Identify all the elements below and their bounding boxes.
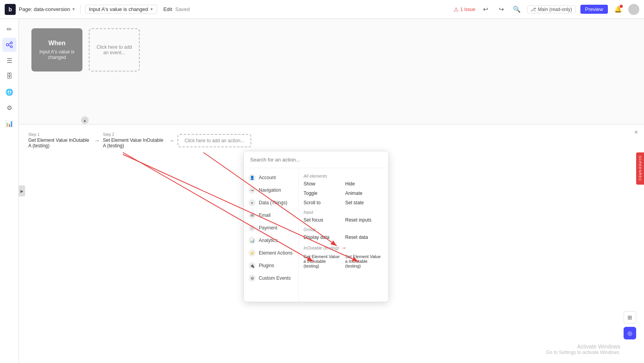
svg-line-3 — [9, 43, 11, 44]
divider-1 — [80, 5, 80, 14]
section-input: Input — [304, 210, 384, 214]
action-animate[interactable]: Animate — [345, 189, 384, 197]
left-sidebar: ✏ ☰ 🗄 🌐 ⚙ 📊 — [0, 19, 19, 363]
add-action-button[interactable]: Click here to add an action... — [177, 134, 251, 147]
action-hide[interactable]: Hide — [345, 180, 384, 188]
issue-badge[interactable]: ⚠ 1 issue — [454, 6, 475, 13]
action-set-element-value[interactable]: Set Element Value a InOutable (testing) — [345, 253, 384, 270]
svg-point-0 — [6, 44, 9, 46]
sidebar-item-settings[interactable]: ⚙ — [2, 101, 16, 115]
input-grid: Set focus Reset inputs — [304, 216, 384, 224]
activate-windows-title: Activate Windows — [546, 343, 620, 350]
category-element-actions-label: Element Actions — [259, 250, 293, 256]
analytics-icon: 📊 — [249, 237, 256, 244]
custom-events-icon: ⚙ — [249, 275, 256, 282]
plugins-icon: 🔌 — [249, 262, 256, 269]
section-all-elements: All elements — [304, 174, 384, 178]
category-payment[interactable]: □ Payment — [244, 222, 298, 234]
expand-left-button[interactable]: ▶ — [19, 185, 25, 196]
workflow-top-area: When Input A's value is changed Click he… — [19, 19, 644, 81]
step-2-title[interactable]: Set Element Value InOutable A (testing) — [103, 138, 166, 148]
category-navigation[interactable]: ⇒ Navigation — [244, 184, 298, 196]
category-custom-events-label: Custom Events — [259, 275, 291, 281]
sidebar-item-analytics[interactable]: 📊 — [2, 116, 16, 130]
circle-icon-button[interactable]: ◎ — [624, 327, 636, 339]
group-grid: Display data Reset data — [304, 233, 384, 241]
action-body: 👤 Account ⇒ Navigation ≡ Data (Things) ✉… — [244, 168, 388, 302]
topbar: b Page: data-conversion ▼ Input A's valu… — [0, 0, 644, 19]
page-name: data-conversion — [34, 6, 70, 12]
action-set-state[interactable]: Set state — [345, 199, 384, 207]
git-icon: ⎇ — [531, 7, 536, 12]
step-1-label: Step 1 — [28, 132, 91, 137]
collapse-arrow[interactable]: ▲ — [81, 116, 89, 124]
step-arrow-2: → — [169, 138, 174, 144]
notifications-button[interactable]: 🔔 — [613, 4, 624, 15]
sidebar-item-globe[interactable]: 🌐 — [2, 85, 16, 99]
issue-count: 1 issue — [460, 7, 475, 12]
warning-icon: ⚠ — [454, 6, 459, 13]
action-get-element-value[interactable]: Get Element Value a InOutable (testing) — [304, 253, 342, 270]
branch-name: Main (read-only) — [538, 7, 572, 12]
email-icon: ✉ — [249, 212, 256, 219]
action-reset-inputs[interactable]: Reset inputs — [345, 216, 384, 224]
main-canvas: When Input A's value is changed Click he… — [19, 19, 644, 363]
category-email[interactable]: ✉ Email — [244, 209, 298, 222]
grid-icon-button[interactable]: ⊞ — [624, 311, 636, 324]
section-inoutable: InOutable (testing) — [304, 246, 339, 250]
action-display-data[interactable]: Display data — [304, 233, 342, 241]
category-element-actions[interactable]: ⚡ Element Actions — [244, 247, 298, 259]
trigger-selector[interactable]: Input A's value is changed ▼ — [85, 5, 157, 14]
add-event-label: Click here to add an event... — [94, 44, 134, 55]
svg-line-4 — [9, 45, 11, 46]
category-analytics[interactable]: 📊 Analytics — [244, 234, 298, 247]
sidebar-item-database[interactable]: 🗄 — [2, 69, 16, 83]
when-block[interactable]: When Input A's value is changed — [31, 28, 82, 72]
all-elements-grid: Show Hide Toggle Animate Scroll to Set s… — [304, 180, 384, 207]
category-navigation-label: Navigation — [259, 187, 281, 193]
action-search-input[interactable] — [250, 157, 382, 163]
step-1-box: Step 1 Get Element Value InOutable A (te… — [28, 132, 91, 148]
action-show[interactable]: Show — [304, 180, 342, 188]
redo-button[interactable]: ↪ — [496, 4, 507, 15]
step-2-box: Step 2 Set Element Value InOutable A (te… — [103, 132, 166, 148]
preview-button[interactable]: Preview — [580, 5, 608, 14]
close-workflow-button[interactable]: × — [631, 128, 641, 137]
inoutable-grid: Get Element Value a InOutable (testing) … — [304, 253, 384, 270]
add-event-block[interactable]: Click here to add an event... — [89, 28, 140, 72]
action-reset-data[interactable]: Reset data — [345, 233, 384, 241]
category-custom-events[interactable]: ⚙ Custom Events — [244, 272, 298, 284]
action-search-area — [244, 151, 388, 168]
search-button[interactable]: 🔍 — [511, 4, 522, 15]
inoutable-arrow: → — [341, 244, 347, 251]
topbar-right: ⚠ 1 issue ↩ ↪ 🔍 ⎇ Main (read-only) Previ… — [454, 4, 639, 15]
category-email-label: Email — [259, 213, 271, 218]
undo-button[interactable]: ↩ — [480, 4, 491, 15]
action-set-focus[interactable]: Set focus — [304, 216, 342, 224]
sidebar-item-workflow[interactable] — [2, 38, 16, 52]
avatar[interactable] — [628, 4, 639, 15]
svg-point-2 — [10, 46, 12, 48]
page-label: Page: — [19, 6, 32, 12]
svg-point-1 — [10, 42, 12, 44]
page-dropdown-icon[interactable]: ▼ — [71, 7, 75, 11]
screenrec-button[interactable]: SCREENREC — [636, 152, 644, 185]
category-payment-label: Payment — [259, 225, 277, 231]
action-panel: 👤 Account ⇒ Navigation ≡ Data (Things) ✉… — [243, 151, 389, 302]
category-data-things[interactable]: ≡ Data (Things) — [244, 196, 298, 209]
category-plugins[interactable]: 🔌 Plugins — [244, 259, 298, 272]
category-account-label: Account — [259, 175, 276, 180]
trigger-label: Input A's value is changed — [89, 6, 148, 12]
activate-windows-subtitle: Go to Settings to activate Windows. — [546, 350, 620, 355]
action-toggle[interactable]: Toggle — [304, 189, 342, 197]
action-scroll-to[interactable]: Scroll to — [304, 199, 342, 207]
screenrec-label: SCREENREC — [638, 156, 642, 182]
category-analytics-label: Analytics — [259, 238, 278, 243]
category-account[interactable]: 👤 Account — [244, 171, 298, 184]
sidebar-item-edit[interactable]: ✏ — [2, 22, 16, 36]
branch-selector[interactable]: ⎇ Main (read-only) — [527, 6, 575, 13]
step-1-title[interactable]: Get Element Value InOutable A (testing) — [28, 138, 91, 148]
page-selector[interactable]: Page: data-conversion ▼ — [19, 6, 75, 12]
sidebar-item-list[interactable]: ☰ — [2, 53, 16, 68]
app-logo: b — [5, 4, 16, 15]
